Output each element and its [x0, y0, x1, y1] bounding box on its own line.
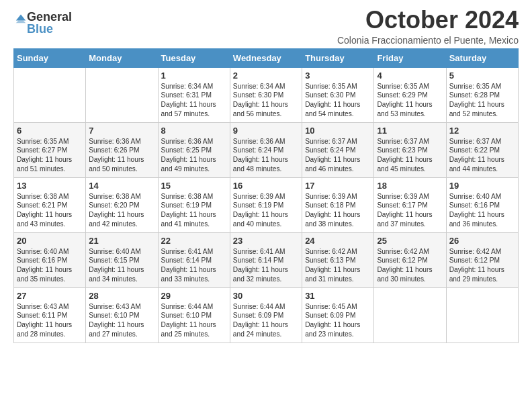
day-content: Sunrise: 6:38 AMSunset: 6:19 PMDaylight:… [161, 192, 227, 229]
calendar-cell: 12Sunrise: 6:37 AMSunset: 6:22 PMDayligh… [446, 122, 518, 177]
calendar-cell: 17Sunrise: 6:39 AMSunset: 6:18 PMDayligh… [302, 177, 374, 232]
day-content: Sunrise: 6:42 AMSunset: 6:13 PMDaylight:… [305, 247, 371, 284]
calendar-cell [374, 287, 446, 342]
calendar-cell: 2Sunrise: 6:34 AMSunset: 6:30 PMDaylight… [230, 67, 302, 122]
day-content: Sunrise: 6:40 AMSunset: 6:16 PMDaylight:… [449, 192, 515, 229]
weekday-header-saturday: Saturday [446, 48, 518, 67]
day-content: Sunrise: 6:36 AMSunset: 6:25 PMDaylight:… [161, 137, 227, 174]
day-content: Sunrise: 6:37 AMSunset: 6:22 PMDaylight:… [449, 137, 515, 174]
calendar-cell: 11Sunrise: 6:37 AMSunset: 6:23 PMDayligh… [374, 122, 446, 177]
calendar-cell: 24Sunrise: 6:42 AMSunset: 6:13 PMDayligh… [302, 232, 374, 287]
day-number: 8 [161, 126, 227, 136]
calendar-table: SundayMondayTuesdayWednesdayThursdayFrid… [13, 48, 519, 343]
calendar-cell: 26Sunrise: 6:42 AMSunset: 6:12 PMDayligh… [446, 232, 518, 287]
logo-general: General [27, 11, 72, 23]
calendar-cell: 10Sunrise: 6:37 AMSunset: 6:24 PMDayligh… [302, 122, 374, 177]
day-number: 30 [233, 291, 299, 301]
day-number: 23 [233, 236, 299, 246]
svg-marker-1 [16, 21, 26, 24]
day-content: Sunrise: 6:43 AMSunset: 6:10 PMDaylight:… [89, 302, 154, 339]
day-number: 1 [161, 71, 227, 81]
day-content: Sunrise: 6:35 AMSunset: 6:28 PMDaylight:… [449, 82, 515, 119]
calendar-cell: 15Sunrise: 6:38 AMSunset: 6:19 PMDayligh… [158, 177, 230, 232]
calendar-cell: 25Sunrise: 6:42 AMSunset: 6:12 PMDayligh… [374, 232, 446, 287]
day-number: 6 [17, 126, 83, 136]
weekday-header-friday: Friday [374, 48, 446, 67]
calendar-cell [86, 67, 158, 122]
calendar-cell: 3Sunrise: 6:35 AMSunset: 6:30 PMDaylight… [302, 67, 374, 122]
day-number: 31 [305, 291, 371, 301]
logo-blue: Blue [27, 23, 72, 35]
day-number: 29 [161, 291, 227, 301]
calendar-cell: 6Sunrise: 6:35 AMSunset: 6:27 PMDaylight… [14, 122, 86, 177]
calendar-week-2: 6Sunrise: 6:35 AMSunset: 6:27 PMDaylight… [14, 122, 519, 177]
day-number: 15 [161, 181, 227, 191]
calendar-cell: 16Sunrise: 6:39 AMSunset: 6:19 PMDayligh… [230, 177, 302, 232]
day-content: Sunrise: 6:43 AMSunset: 6:11 PMDaylight:… [17, 302, 83, 339]
day-content: Sunrise: 6:42 AMSunset: 6:12 PMDaylight:… [449, 247, 515, 284]
calendar-cell: 19Sunrise: 6:40 AMSunset: 6:16 PMDayligh… [446, 177, 518, 232]
calendar-cell [446, 287, 518, 342]
day-number: 22 [161, 236, 227, 246]
calendar-cell [14, 67, 86, 122]
day-number: 7 [89, 126, 154, 136]
weekday-header-sunday: Sunday [14, 48, 86, 67]
calendar-cell: 27Sunrise: 6:43 AMSunset: 6:11 PMDayligh… [14, 287, 86, 342]
day-number: 10 [305, 126, 371, 136]
day-number: 28 [89, 291, 154, 301]
day-number: 21 [89, 236, 154, 246]
weekday-header-thursday: Thursday [302, 48, 374, 67]
day-content: Sunrise: 6:41 AMSunset: 6:14 PMDaylight:… [233, 247, 299, 284]
day-content: Sunrise: 6:40 AMSunset: 6:15 PMDaylight:… [89, 247, 154, 284]
calendar-body: 1Sunrise: 6:34 AMSunset: 6:31 PMDaylight… [14, 67, 519, 342]
calendar-cell: 29Sunrise: 6:44 AMSunset: 6:10 PMDayligh… [158, 287, 230, 342]
day-number: 12 [449, 126, 515, 136]
calendar-cell: 28Sunrise: 6:43 AMSunset: 6:10 PMDayligh… [86, 287, 158, 342]
calendar-cell: 30Sunrise: 6:44 AMSunset: 6:09 PMDayligh… [230, 287, 302, 342]
calendar-cell: 4Sunrise: 6:35 AMSunset: 6:29 PMDaylight… [374, 67, 446, 122]
day-number: 4 [377, 71, 443, 81]
calendar-cell: 22Sunrise: 6:41 AMSunset: 6:14 PMDayligh… [158, 232, 230, 287]
day-content: Sunrise: 6:39 AMSunset: 6:18 PMDaylight:… [305, 192, 371, 229]
day-number: 2 [233, 71, 299, 81]
day-number: 20 [17, 236, 83, 246]
calendar-cell: 8Sunrise: 6:36 AMSunset: 6:25 PMDaylight… [158, 122, 230, 177]
day-number: 17 [305, 181, 371, 191]
logo: General Blue [13, 11, 72, 35]
location-subtitle: Colonia Fraccionamiento el Puente, Mexic… [337, 35, 519, 46]
weekday-header-wednesday: Wednesday [230, 48, 302, 67]
day-content: Sunrise: 6:35 AMSunset: 6:27 PMDaylight:… [17, 137, 83, 174]
calendar-cell: 5Sunrise: 6:35 AMSunset: 6:28 PMDaylight… [446, 67, 518, 122]
day-content: Sunrise: 6:39 AMSunset: 6:17 PMDaylight:… [377, 192, 443, 229]
day-number: 24 [305, 236, 371, 246]
weekday-header-row: SundayMondayTuesdayWednesdayThursdayFrid… [14, 48, 519, 67]
day-number: 16 [233, 181, 299, 191]
day-number: 14 [89, 181, 154, 191]
calendar-week-4: 20Sunrise: 6:40 AMSunset: 6:16 PMDayligh… [14, 232, 519, 287]
day-number: 25 [377, 236, 443, 246]
day-content: Sunrise: 6:40 AMSunset: 6:16 PMDaylight:… [17, 247, 83, 284]
day-content: Sunrise: 6:37 AMSunset: 6:23 PMDaylight:… [377, 137, 443, 174]
calendar-cell: 1Sunrise: 6:34 AMSunset: 6:31 PMDaylight… [158, 67, 230, 122]
day-number: 27 [17, 291, 83, 301]
calendar-cell: 14Sunrise: 6:38 AMSunset: 6:20 PMDayligh… [86, 177, 158, 232]
calendar-cell: 31Sunrise: 6:45 AMSunset: 6:09 PMDayligh… [302, 287, 374, 342]
day-content: Sunrise: 6:44 AMSunset: 6:10 PMDaylight:… [161, 302, 227, 339]
calendar-cell: 7Sunrise: 6:36 AMSunset: 6:26 PMDaylight… [86, 122, 158, 177]
day-number: 5 [449, 71, 515, 81]
day-content: Sunrise: 6:36 AMSunset: 6:26 PMDaylight:… [89, 137, 154, 174]
calendar-cell: 13Sunrise: 6:38 AMSunset: 6:21 PMDayligh… [14, 177, 86, 232]
svg-marker-0 [16, 15, 26, 21]
day-content: Sunrise: 6:35 AMSunset: 6:29 PMDaylight:… [377, 82, 443, 119]
calendar-cell: 21Sunrise: 6:40 AMSunset: 6:15 PMDayligh… [86, 232, 158, 287]
calendar-cell: 9Sunrise: 6:36 AMSunset: 6:24 PMDaylight… [230, 122, 302, 177]
calendar-header: SundayMondayTuesdayWednesdayThursdayFrid… [14, 48, 519, 67]
calendar-cell: 18Sunrise: 6:39 AMSunset: 6:17 PMDayligh… [374, 177, 446, 232]
page-header: General Blue October 2024 Colonia Fracci… [13, 7, 519, 46]
day-number: 18 [377, 181, 443, 191]
month-title: October 2024 [337, 7, 519, 34]
logo-text: General Blue [27, 11, 72, 35]
day-content: Sunrise: 6:38 AMSunset: 6:21 PMDaylight:… [17, 192, 83, 229]
calendar-cell: 23Sunrise: 6:41 AMSunset: 6:14 PMDayligh… [230, 232, 302, 287]
day-number: 19 [449, 181, 515, 191]
